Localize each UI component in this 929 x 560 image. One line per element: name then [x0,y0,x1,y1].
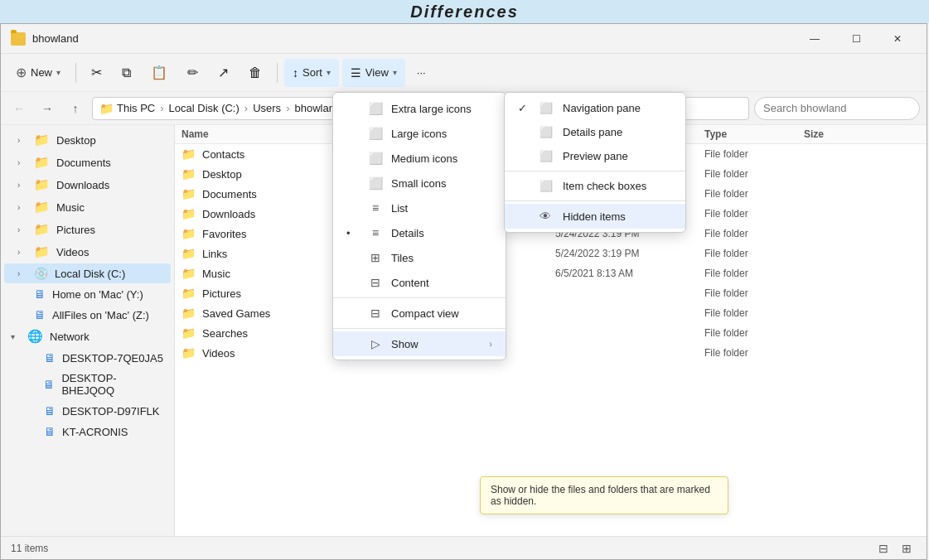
folder-icon-path: 📁 [99,102,114,115]
sidebar-item-documents[interactable]: › 📁 Documents [4,152,171,173]
sidebar-label: DESKTOP-7QE0JA5 [62,352,163,364]
folder-icon: 📁 [34,177,50,192]
file-row[interactable]: 📁 Pictures File folder [175,283,927,303]
details-pane-icon: ⬜ [539,126,554,138]
details-view-btn[interactable]: ⊟ [873,538,893,558]
network-drive-icon-z: 🖥 [34,308,46,321]
dropdown-item-extra-large-icons[interactable]: ⬜ Extra large icons [333,96,506,121]
file-name: Downloads [202,208,255,220]
toolbar-sep-1 [75,63,76,83]
large-icon: ⬜ [368,127,383,140]
dropdown-item-medium-icons[interactable]: ⬜ Medium icons [333,146,506,171]
folder-icon: 📁 [181,167,196,181]
file-date: 6/5/2021 8:13 AM [555,268,704,279]
dropdown-item-show[interactable]: ▷ Show › [333,331,506,356]
maximize-button[interactable]: ☐ [837,27,875,51]
title-controls: — ☐ ✕ [796,27,917,51]
submenu-item-item-checkboxes[interactable]: ⬜ Item check boxes [505,174,685,198]
share-button[interactable]: ↗ [210,59,237,87]
folder-icon: 📁 [34,222,50,237]
path-local-disk: Local Disk (C:) [169,102,240,114]
view-dropdown-arrow: ▾ [393,68,397,77]
sidebar-item-videos[interactable]: › 📁 Videos [4,241,171,263]
window-title: bhowland [32,32,79,45]
sidebar-item-music[interactable]: › 📁 Music [4,196,171,218]
above-title: Differences [0,0,929,23]
sidebar-label: Home on 'Mac' (Y:) [52,288,143,301]
sort-icon: ↕ [293,66,298,80]
expand-arrow: › [17,269,27,278]
expand-arrow: › [17,158,27,167]
sidebar-item-desktop-bhejqoq[interactable]: 🖥 DESKTOP-BHEJQOQ [4,369,171,400]
file-row[interactable]: 📁 Searches File folder [175,323,927,343]
sidebar-item-desktop-7qe0ja5[interactable]: 🖥 DESKTOP-7QE0JA5 [4,348,171,368]
list-icon: ≡ [368,201,383,215]
file-type: File folder [704,347,804,359]
view-icon: ☰ [351,66,361,80]
dropdown-item-content[interactable]: ⊟ Content [333,270,506,295]
sidebar-label: KT-ACRONIS [62,426,128,438]
minimize-button[interactable]: — [796,27,834,51]
back-button[interactable]: ← [7,97,31,120]
rename-button[interactable]: ✏ [179,59,206,87]
file-name: Pictures [202,287,241,300]
dropdown-item-details[interactable]: • ≡ Details [333,220,506,245]
dropdown-item-large-icons[interactable]: ⬜ Large icons [333,121,506,146]
sidebar-item-pictures[interactable]: › 📁 Pictures [4,219,171,240]
file-row[interactable]: 📁 Videos File folder [175,343,927,363]
computer-icon: 🖥 [44,351,56,364]
cut-button[interactable]: ✂ [83,59,110,87]
sidebar-item-desktop-d97iflk[interactable]: 🖥 DESKTOP-D97IFLK [4,401,171,421]
search-input[interactable] [754,97,920,120]
col-size[interactable]: Size [804,128,870,140]
sidebar-item-desktop[interactable]: › 📁 Desktop [4,129,171,151]
dropdown-item-compact-view[interactable]: ⊟ Compact view [333,301,506,326]
submenu-item-navigation-pane[interactable]: ✓ ⬜ Navigation pane [505,96,685,120]
delete-button[interactable]: 🗑 [240,59,270,87]
sidebar-item-downloads[interactable]: › 📁 Downloads [4,174,171,196]
new-dropdown-arrow: ▾ [56,68,60,77]
sidebar-label: Network [50,331,90,343]
file-row[interactable]: 📁 Music 6/5/2021 8:13 AM File folder [175,263,927,283]
expand-arrow: › [17,248,27,257]
dropdown-label: List [391,202,408,215]
paste-button[interactable]: 📋 [143,59,176,87]
sidebar-label: Local Disk (C:) [55,268,125,280]
large-icon-view-btn[interactable]: ⊞ [897,538,917,558]
path-this-pc: This PC [117,102,155,114]
sort-dropdown-arrow: ▾ [327,68,331,77]
file-row[interactable]: 📁 Links 5/24/2022 3:19 PM File folder [175,244,927,263]
dropdown-item-small-icons[interactable]: ⬜ Small icons [333,171,506,196]
close-button[interactable]: ✕ [878,27,917,51]
dropdown-label: Small icons [391,177,446,190]
submenu-item-preview-pane[interactable]: ⬜ Preview pane [505,144,685,168]
file-row[interactable]: 📁 Saved Games File folder [175,303,927,323]
compact-icon: ⊟ [368,307,383,320]
folder-icon: 📁 [34,200,50,215]
submenu-item-hidden-items[interactable]: 👁 Hidden items [505,204,685,229]
sidebar-item-allfiles-mac[interactable]: 🖥 AllFiles on 'Mac' (Z:) [4,305,171,325]
file-name: Desktop [202,168,242,181]
file-name: Searches [202,327,248,340]
sidebar-item-home-mac[interactable]: 🖥 Home on 'Mac' (Y:) [4,284,171,304]
expand-arrow: › [17,181,27,190]
col-type[interactable]: Type [704,128,804,140]
sort-button[interactable]: ↕ Sort ▾ [284,59,339,87]
forward-button[interactable]: → [36,97,59,120]
submenu-item-details-pane[interactable]: ⬜ Details pane [505,120,685,144]
new-button[interactable]: ⊕ New ▾ [7,59,69,87]
submenu-label: Details pane [563,126,622,138]
view-button[interactable]: ☰ View ▾ [342,59,405,87]
copy-icon: ⧉ [122,65,131,80]
submenu-label: Navigation pane [563,102,641,114]
sidebar-item-local-disk[interactable]: › 💿 Local Disk (C:) [4,263,171,283]
tooltip: Show or hide the files and folders that … [480,476,728,514]
up-button[interactable]: ↑ [64,97,87,120]
dropdown-item-list[interactable]: ≡ List [333,196,506,220]
sidebar-item-network[interactable]: ▾ 🌐 Network [4,326,171,347]
status-bar: 11 items ⊟ ⊞ [1,536,927,559]
dropdown-item-tiles[interactable]: ⊞ Tiles [333,245,506,270]
copy-button[interactable]: ⧉ [114,59,139,87]
sidebar-item-kt-acronis[interactable]: 🖥 KT-ACRONIS [4,422,171,442]
more-button[interactable]: ··· [409,59,434,87]
